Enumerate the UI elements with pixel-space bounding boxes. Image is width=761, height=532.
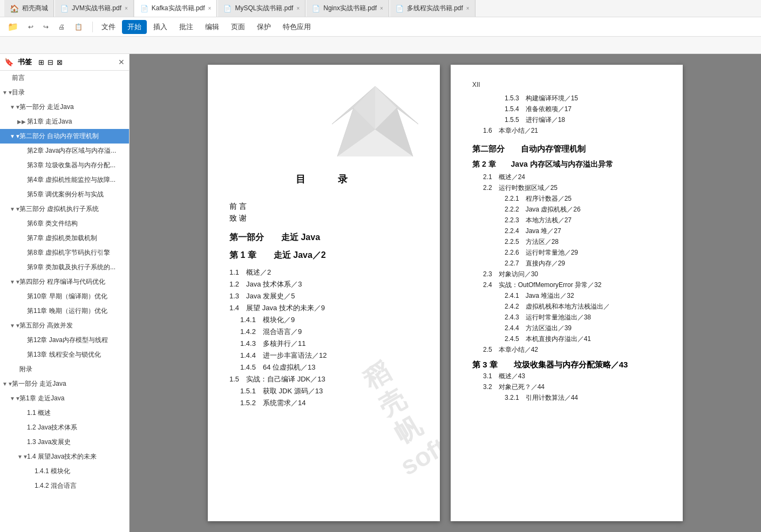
sidebar-item-part4[interactable]: ▼第四部分 程序编译与代码优化 — [0, 275, 129, 289]
r-2.2: 2.2 运行时数据区域／25 — [483, 183, 661, 193]
print-button[interactable]: 🖨 — [54, 22, 69, 32]
sidebar-item-s13[interactable]: 1.3 Java发展史 — [0, 435, 129, 449]
r-2.4.1: 2.4.1 Java 堆溢出／32 — [505, 291, 661, 301]
sidebar-item-part3[interactable]: ▼第三部分 虚拟机执行子系统 — [0, 202, 129, 216]
jvm-close-icon[interactable]: × — [125, 5, 128, 11]
toc-1.5.1: 1.5.1 获取 JDK 源码／13 — [240, 386, 418, 396]
r-2.2.5: 2.2.5 方法区／28 — [505, 237, 661, 247]
mysql-close-icon[interactable]: × — [296, 5, 300, 11]
r-2.5: 2.5 本章小结／42 — [483, 345, 661, 354]
r-2.2.4: 2.2.4 Java 堆／27 — [505, 227, 661, 236]
toc-1.2: 1.2 Java 技术体系／3 — [229, 279, 418, 289]
menu-file[interactable]: 文件 — [96, 20, 121, 34]
sidebar-scroll[interactable]: 前言▼目录▼第一部分 走近Java▶第1章 走近Java▼第二部分 自动内存管理… — [0, 71, 129, 532]
tab-mysql[interactable]: 📄 MySQL实战书籍.pdf × — [218, 0, 305, 17]
thread-close-icon[interactable]: × — [466, 5, 470, 11]
sidebar-item-ch12[interactable]: 第12章 Java内存模型与线程 — [0, 333, 129, 347]
menu-start[interactable]: 开始 — [122, 20, 147, 34]
menu-special[interactable]: 特色应用 — [277, 20, 316, 34]
toc-1.1: 1.1 概述／2 — [229, 268, 418, 277]
pdf-pages[interactable]: 目 录 前 言 致 谢 第一部分 走近 Java 第 1 章 走近 Java／2… — [130, 54, 761, 532]
sidebar-label-ch12: 第12章 Java内存模型与线程 — [25, 335, 110, 346]
sidebar-item-ch10[interactable]: 第10章 早期（编译期）优化 — [0, 289, 129, 304]
sidebar-item-s12[interactable]: 1.2 Java技术体系 — [0, 420, 129, 435]
pdf-page-right: XII 1.5.3 构建编译环境／15 1.5.4 准备依赖项／17 1.5.5… — [451, 65, 683, 521]
main-container: 🔖 书签 ⊞ ⊟ ⊠ ✕ 前言▼目录▼第一部分 走近Java▶第1章 走近Jav… — [0, 54, 761, 532]
r-2.4.5: 2.4.5 本机直接内存溢出／41 — [505, 335, 661, 344]
sidebar-item-ch4[interactable]: 第4章 虚拟机性能监控与故障... — [0, 173, 129, 187]
sidebar-item-ch7[interactable]: 第7章 虚拟机类加载机制 — [0, 231, 129, 245]
tab-jvm[interactable]: 📄 JVM实战书籍.pdf × — [55, 0, 134, 17]
preface-line2: 致 谢 — [229, 214, 418, 223]
sidebar-label-part4: 第四部分 程序编译与代码优化 — [17, 276, 107, 288]
sidebar-item-ch6[interactable]: 第6章 类文件结构 — [0, 216, 129, 231]
toolbar2 — [0, 37, 761, 54]
sidebar-item-preface[interactable]: 前言 — [0, 71, 129, 85]
sidebar-icon3[interactable]: ⊠ — [57, 58, 63, 66]
sidebar-item-s11[interactable]: 1.1 概述 — [0, 406, 129, 420]
sidebar-close-icon[interactable]: ✕ — [118, 58, 125, 66]
tab-list: 🏠 稻壳商城 📄 JVM实战书籍.pdf × 📄 Kafka实战书籍.pdf ×… — [4, 0, 475, 17]
toc-1.4: 1.4 展望 Java 技术的未来／9 — [229, 303, 418, 313]
kafka-label: Kafka实战书籍.pdf — [152, 4, 205, 13]
menu-batch[interactable]: 批注 — [174, 20, 199, 34]
kafka-close-icon[interactable]: × — [208, 5, 212, 11]
sidebar-item-ch1[interactable]: ▶第1章 走近Java — [0, 114, 129, 129]
r-2.2.7: 2.2.7 直接内存／29 — [505, 259, 661, 268]
copy-button[interactable]: 📋 — [70, 22, 87, 32]
menu-edit[interactable]: 编辑 — [200, 20, 225, 34]
sidebar-icon2[interactable]: ⊟ — [47, 58, 53, 66]
sidebar-label-s141: 1.4.1 模块化 — [32, 466, 72, 477]
sidebar-item-appendix[interactable]: 附录 — [0, 362, 129, 377]
sidebar-item-ch9[interactable]: 第9章 类加载及执行子系统的... — [0, 260, 129, 275]
sidebar-item-ch3[interactable]: 第3章 垃圾收集器与内存分配... — [0, 158, 129, 173]
kafka-icon: 📄 — [140, 5, 148, 12]
nginx-close-icon[interactable]: × — [380, 5, 383, 11]
sidebar-item-ch11[interactable]: 第11章 晚期（运行期）优化 — [0, 304, 129, 318]
part2-title: 第二部分 自动内存管理机制 — [472, 144, 661, 154]
sidebar-item-ch5[interactable]: 第5章 调优案例分析与实战 — [0, 187, 129, 202]
sidebar-item-ch13[interactable]: 第13章 线程安全与锁优化 — [0, 347, 129, 362]
taobao-label: 稻壳商城 — [22, 4, 48, 13]
sidebar-item-part5[interactable]: ▼第五部分 高效并发 — [0, 318, 129, 333]
r-3.2.1: 3.2.1 引用计数算法／44 — [505, 393, 661, 403]
toc-1.3: 1.3 Java 发展史／5 — [229, 291, 418, 301]
tab-thread[interactable]: 📄 多线程实战书籍.pdf × — [390, 0, 475, 17]
sidebar-item-toc[interactable]: ▼目录 — [0, 85, 129, 100]
tab-nginx[interactable]: 📄 Nginx实战书籍.pdf × — [307, 0, 389, 17]
sidebar-item-s142[interactable]: 1.4.2 混合语言 — [0, 479, 129, 493]
bird-image — [321, 81, 429, 178]
r-3.2: 3.2 对象已死？／44 — [483, 383, 661, 392]
r-2.2.6: 2.2.6 运行时常量池／29 — [505, 248, 661, 257]
sidebar-label-toc: 目录 — [10, 87, 27, 98]
menu-insert[interactable]: 插入 — [148, 20, 173, 34]
toolbar-file-icon[interactable]: 📁 — [3, 20, 23, 33]
toc-1.4.2: 1.4.2 混合语言／9 — [240, 327, 418, 337]
tab-taobao[interactable]: 🏠 稻壳商城 — [4, 0, 54, 17]
sidebar-icon1[interactable]: ⊞ — [38, 58, 44, 66]
r-2.4: 2.4 实战：OutOfMemoryError 异常／32 — [483, 281, 661, 290]
undo-button[interactable]: ↩ — [24, 22, 38, 32]
sidebar-title: 书签 — [18, 57, 32, 67]
sidebar-label-s11: 1.1 概述 — [25, 407, 53, 419]
sidebar-item-ch1b[interactable]: ▼第1章 走近Java — [0, 391, 129, 406]
sidebar-header: 🔖 书签 ⊞ ⊟ ⊠ ✕ — [0, 54, 129, 71]
part1-title: 第一部分 走近 Java — [229, 232, 418, 243]
sidebar-item-ch2[interactable]: 第2章 Java内存区域与内存溢... — [0, 144, 129, 158]
sidebar-item-part1b[interactable]: ▼第一部分 走近Java — [0, 377, 129, 391]
sidebar-label-s142: 1.4.2 混合语言 — [32, 480, 79, 492]
sidebar-label-preface: 前言 — [10, 72, 27, 84]
toc-1.4.4: 1.4.4 进一步丰富语法／12 — [240, 351, 418, 360]
sidebar-item-part2[interactable]: ▼第二部分 自动内存管理机制 — [0, 129, 129, 144]
menu-protect[interactable]: 保护 — [252, 20, 276, 34]
sidebar-label-ch7: 第7章 虚拟机类加载机制 — [25, 233, 99, 244]
toc-1.4.5: 1.4.5 64 位虚拟机／13 — [240, 363, 418, 372]
tab-kafka[interactable]: 📄 Kafka实战书籍.pdf × — [135, 0, 218, 17]
menu-page[interactable]: 页面 — [226, 20, 250, 34]
redo-button[interactable]: ↪ — [39, 22, 53, 32]
sidebar-label-ch9: 第9章 类加载及执行子系统的... — [25, 262, 118, 273]
sidebar-item-s14[interactable]: ▼1.4 展望Java技术的未来 — [0, 449, 129, 464]
sidebar-item-part1[interactable]: ▼第一部分 走近Java — [0, 100, 129, 114]
sidebar-item-ch8[interactable]: 第8章 虚拟机字节码执行引擎 — [0, 245, 129, 260]
sidebar-item-s141[interactable]: 1.4.1 模块化 — [0, 464, 129, 479]
